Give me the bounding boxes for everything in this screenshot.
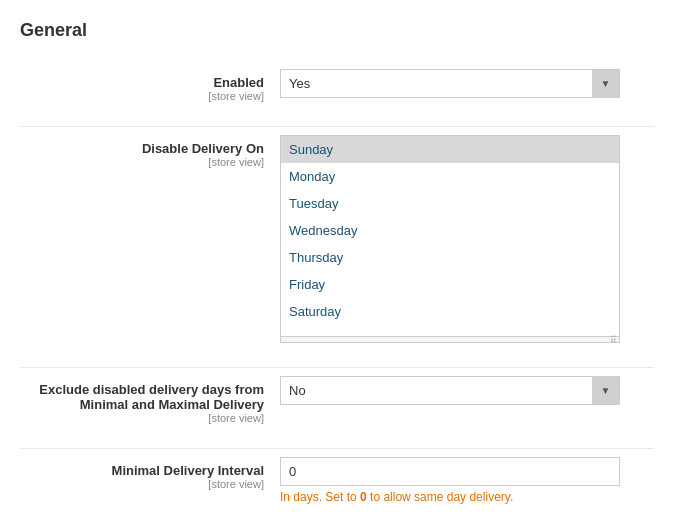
enabled-control: Yes No [280,69,654,98]
enabled-label: Enabled [20,75,264,90]
list-item[interactable]: Saturday [281,298,619,325]
general-form: Enabled [store view] Yes No Disable Deli… [20,61,654,512]
days-listbox[interactable]: Sunday Monday Tuesday Wednesday Thursday… [281,136,619,336]
list-item[interactable]: Monday [281,163,619,190]
exclude-days-label-col: Exclude disabled delivery days from Mini… [20,376,280,424]
resize-handle-icon[interactable]: ⠿ [281,336,619,342]
disable-delivery-label: Disable Delivery On [20,141,264,156]
list-item[interactable]: Thursday [281,244,619,271]
disable-delivery-row: Disable Delivery On [store view] Sunday … [20,126,654,351]
exclude-days-select-wrapper[interactable]: No Yes [280,376,620,405]
minimal-delivery-control: 0 In days. Set to 0 to allow same day de… [280,457,654,504]
exclude-days-row: Exclude disabled delivery days from Mini… [20,367,654,432]
exclude-days-store-view: [store view] [20,412,264,424]
hint-highlight: 0 [360,490,367,504]
exclude-days-label: Exclude disabled delivery days from Mini… [20,382,264,412]
minimal-delivery-input[interactable]: 0 [280,457,620,486]
list-item[interactable]: Sunday [281,136,619,163]
enabled-store-view: [store view] [20,90,264,102]
disable-delivery-control: Sunday Monday Tuesday Wednesday Thursday… [280,135,654,343]
minimal-delivery-label: Minimal Delivery Interval [20,463,264,478]
list-item[interactable]: Wednesday [281,217,619,244]
exclude-days-select[interactable]: No Yes [280,376,620,405]
disable-delivery-store-view: [store view] [20,156,264,168]
list-item[interactable]: Tuesday [281,190,619,217]
minimal-delivery-row: Minimal Delivery Interval [store view] 0… [20,448,654,512]
enabled-select-wrapper[interactable]: Yes No [280,69,620,98]
minimal-delivery-label-col: Minimal Delivery Interval [store view] [20,457,280,490]
disable-delivery-label-col: Disable Delivery On [store view] [20,135,280,168]
exclude-days-control: No Yes [280,376,654,405]
minimal-delivery-store-view: [store view] [20,478,264,490]
minimal-delivery-hint: In days. Set to 0 to allow same day deli… [280,490,654,504]
enabled-label-col: Enabled [store view] [20,69,280,102]
enabled-select[interactable]: Yes No [280,69,620,98]
enabled-row: Enabled [store view] Yes No [20,61,654,110]
days-listbox-wrapper: Sunday Monday Tuesday Wednesday Thursday… [280,135,620,343]
list-item[interactable]: Friday [281,271,619,298]
page-title: General [20,20,654,41]
